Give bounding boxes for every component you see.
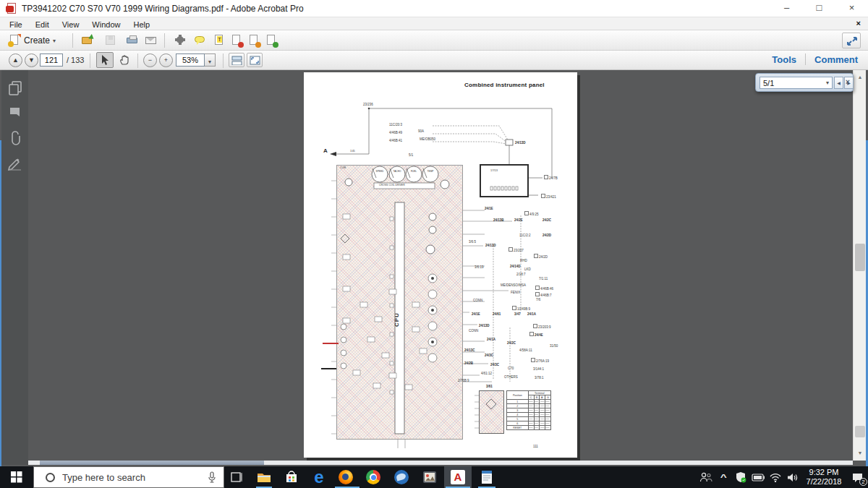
taskbar-icon-store[interactable] <box>278 466 305 488</box>
volume-button[interactable] <box>784 466 801 488</box>
window-title: TP3941202 C70 S70 V70 1999 Wiring Diagra… <box>22 4 304 14</box>
scroll-down-icon[interactable]: ▼ <box>854 448 867 459</box>
delete-pages-button[interactable] <box>227 33 246 48</box>
menubar-close-icon[interactable]: × <box>856 19 861 27</box>
previous-page-button[interactable]: ▲ <box>9 53 22 67</box>
taskbar-icon-acrobat-active[interactable]: A <box>444 466 472 488</box>
microphone-icon[interactable] <box>208 471 216 483</box>
next-page-button[interactable]: ▼ <box>25 53 38 67</box>
diagram-label: 4/9:25 <box>524 211 539 216</box>
speaker-icon <box>787 473 799 482</box>
export-pages-button[interactable] <box>262 33 281 48</box>
diagram-label: 7/6 <box>536 298 540 301</box>
tools-button[interactable]: Tools <box>772 54 796 65</box>
attachments-icon[interactable] <box>7 131 23 147</box>
taskbar-search-box[interactable] <box>33 466 224 488</box>
start-button[interactable] <box>0 466 33 488</box>
page-thumbnails-icon[interactable] <box>7 80 23 96</box>
hand-tool-button[interactable] <box>116 52 133 68</box>
diagonal-arrows-icon <box>846 36 858 46</box>
maximize-button[interactable]: □ <box>803 0 835 17</box>
diagram-label: LKD <box>524 267 531 271</box>
taskbar-clock[interactable]: 9:32 PM 7/22/2018 <box>801 468 846 487</box>
diagram-label: FENIX <box>511 291 520 294</box>
bookmarks-icon[interactable] <box>7 105 23 121</box>
gauge-label-temp: TEMP <box>422 170 438 173</box>
taskbar-icon-edge[interactable]: e <box>305 466 333 488</box>
select-tool-button[interactable] <box>96 52 114 68</box>
open-button[interactable] <box>78 33 97 48</box>
taskbar-icon-explorer[interactable] <box>250 466 278 488</box>
titlebar: TP3941202 C70 S70 V70 1999 Wiring Diagra… <box>0 0 868 17</box>
battery-icon <box>752 474 765 481</box>
horizontal-scroll-thumb[interactable] <box>40 461 264 465</box>
tray-overflow-button[interactable]: ^ <box>715 466 732 488</box>
zoom-out-button[interactable]: − <box>143 53 157 67</box>
gauge-label-fuel: FUEL <box>406 170 422 173</box>
zoom-level-box[interactable]: 53% <box>176 53 205 67</box>
diagram-label: 4/46B:46 <box>535 286 553 291</box>
zoom-in-button[interactable]: + <box>159 53 173 67</box>
menu-item-file[interactable]: File <box>3 19 29 30</box>
highlight-button[interactable] <box>210 33 229 48</box>
taskbar-icon-firefox[interactable] <box>332 466 359 488</box>
diagram-label: 24/3C <box>485 354 493 357</box>
page-number-input[interactable] <box>40 53 63 67</box>
diagram-label: 24/2D <box>534 254 548 259</box>
page-nav-toolbar: ▲ ▼ / 133 − + 53% ▾ Tools Comment <box>0 51 868 70</box>
search-input[interactable] <box>62 472 208 483</box>
task-view-button[interactable] <box>227 466 246 488</box>
create-button[interactable]: Create ▾ <box>4 32 67 49</box>
taskbar-icon-writer[interactable] <box>473 466 501 488</box>
menu-item-help[interactable]: Help <box>127 19 156 30</box>
people-button[interactable] <box>697 466 715 488</box>
diagram-label: 24/13D <box>515 141 526 145</box>
taskbar-icon-chrome[interactable] <box>359 466 387 488</box>
toolbar-resize-button[interactable] <box>842 33 861 48</box>
extract-pages-button[interactable] <box>244 33 263 48</box>
comment-button[interactable]: Comment <box>814 54 858 65</box>
horizontal-scrollbar[interactable] <box>28 461 853 465</box>
diagram-label: 3/61 <box>486 385 493 388</box>
fit-page-icon <box>250 56 260 65</box>
find-input[interactable] <box>760 77 823 89</box>
scroll-up-icon[interactable]: ▲ <box>854 72 867 83</box>
document-canvas[interactable]: Combined instrument panel <box>28 70 853 461</box>
find-previous[interactable]: ◀ <box>834 77 843 89</box>
diagram-label: 3/78:1 <box>535 376 544 380</box>
diagram-label: 1/45 <box>350 150 355 153</box>
vertical-scrollbar[interactable]: ▲ ▼ <box>853 70 866 461</box>
email-button[interactable] <box>142 33 161 48</box>
hand-icon <box>119 54 130 66</box>
find-close-icon[interactable]: × <box>846 78 850 86</box>
store-icon <box>285 471 298 484</box>
zoom-dropdown-button[interactable]: ▾ <box>205 53 216 67</box>
menu-item-view[interactable]: View <box>56 19 86 30</box>
defender-button[interactable] <box>732 466 749 488</box>
battery-button[interactable] <box>749 466 767 488</box>
minimize-button[interactable]: – <box>770 0 803 17</box>
scrolling-mode-button[interactable] <box>229 53 244 67</box>
close-button[interactable]: × <box>835 0 868 17</box>
page-total-label: / 133 <box>67 56 84 64</box>
gauge-label-tacho: TACHO <box>389 170 405 173</box>
fit-page-button[interactable] <box>247 53 263 67</box>
signatures-icon[interactable] <box>7 155 23 171</box>
print-button[interactable] <box>123 33 142 48</box>
diagram-label: ME/OB050 <box>420 137 435 141</box>
find-dropdown-button[interactable]: ▾ <box>823 77 833 89</box>
print-icon <box>126 34 139 47</box>
wifi-button[interactable] <box>767 466 784 488</box>
action-center-button[interactable]: 2 <box>846 466 868 488</box>
vertical-scroll-thumb[interactable] <box>855 244 865 271</box>
diagram-label: 2/18:7 <box>516 273 526 276</box>
sticky-note-button[interactable] <box>191 33 210 48</box>
menu-item-edit[interactable]: Edit <box>29 19 56 30</box>
preferences-button[interactable] <box>171 33 190 48</box>
taskbar-icon-photos[interactable] <box>416 466 443 488</box>
select-cursor-icon <box>101 54 111 66</box>
diagram-label: 24/2C <box>542 218 551 222</box>
taskbar-icon-thunderbird[interactable] <box>388 466 415 488</box>
menu-item-window[interactable]: Window <box>85 19 127 30</box>
save-button[interactable] <box>101 33 120 48</box>
